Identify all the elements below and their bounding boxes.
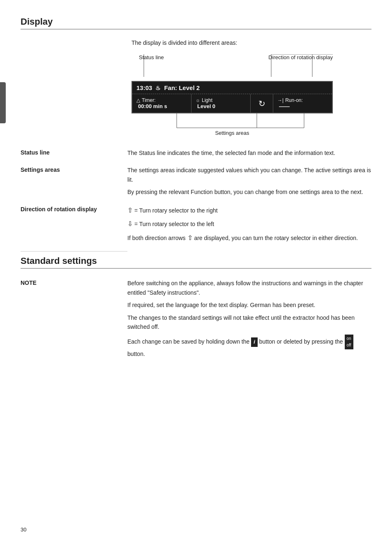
desc-content-direction: ⇧ = Turn rotary selector to the right ⇩ … xyxy=(127,205,371,243)
desc-content-note: Before switching on the appliance, alway… xyxy=(127,279,371,358)
desc-row-note: NOTE Before switching on the appliance, … xyxy=(21,279,371,358)
fan-icon: ♨ xyxy=(155,85,161,91)
standard-settings-title: Standard settings xyxy=(21,256,371,266)
page-number: 30 xyxy=(21,527,26,533)
light-label: ☼ Light xyxy=(196,97,212,103)
rotary-right-icon: ⇧ xyxy=(127,207,133,214)
desc-label-status-line: Status line xyxy=(21,148,127,157)
desc-content-status-line: The Status line indicates the time, the … xyxy=(127,148,371,157)
rotary-left-icon: ⇩ xyxy=(127,220,133,227)
direction-label: Direction of rotation display xyxy=(268,54,333,60)
i-button: i xyxy=(251,337,258,347)
on-off-button: onoff xyxy=(345,335,353,349)
desc-row-settings-areas: Settings areas The settings areas indica… xyxy=(21,166,371,196)
desc-label-settings-areas: Settings areas xyxy=(21,166,127,196)
display-cell-timer: △ Timer: 00:00 min s xyxy=(132,94,191,113)
rotation-icon: ↻ xyxy=(258,99,265,109)
left-tab xyxy=(0,82,6,123)
diagram-area: Status line Direction of rotation displa… xyxy=(131,54,371,136)
page-title: Display xyxy=(21,16,371,27)
display-time: 13:03 xyxy=(136,84,152,91)
desc-label-note: NOTE xyxy=(21,279,127,358)
display-cell-direction: ↻ xyxy=(251,94,273,113)
light-value: Level 0 xyxy=(196,103,215,109)
fan-text: Fan: Level 2 xyxy=(164,84,200,91)
page: Display The display is divided into diff… xyxy=(0,0,392,545)
display-cell-runon: →| Run-on: —— xyxy=(273,94,332,113)
desc-label-direction: Direction of rotation display xyxy=(21,205,127,243)
timer-value: 00:00 min s xyxy=(136,103,167,109)
runon-icon: →| xyxy=(277,97,284,103)
intro-text: The display is divided into different ar… xyxy=(131,39,371,46)
display-box: 13:03 ♨ Fan: Level 2 △ Timer: 00:00 min … xyxy=(131,81,333,113)
timer-label: △ Timer: xyxy=(136,97,156,103)
desc-row-status-line: Status line The Status line indicates th… xyxy=(21,148,371,157)
display-cell-light: ☼ Light Level 0 xyxy=(191,94,251,113)
settings-areas-label: Settings areas xyxy=(215,130,249,136)
display-status-bar: 13:03 ♨ Fan: Level 2 xyxy=(132,82,332,94)
section-divider xyxy=(21,29,371,30)
runon-label: →| Run-on: xyxy=(277,97,303,103)
status-line-label: Status line xyxy=(139,54,164,60)
light-icon: ☼ xyxy=(196,97,200,103)
standard-settings-divider xyxy=(21,251,127,252)
timer-icon: △ xyxy=(136,97,140,103)
display-settings-row: △ Timer: 00:00 min s ☼ Light Level 0 ↻ xyxy=(132,94,332,113)
description-section: Status line The Status line indicates th… xyxy=(21,148,371,243)
desc-content-settings-areas: The settings areas indicate suggested va… xyxy=(127,166,371,196)
desc-row-direction: Direction of rotation display ⇧ = Turn r… xyxy=(21,205,371,243)
runon-value: —— xyxy=(277,103,290,109)
settings-area-bracket: Settings areas xyxy=(131,113,333,136)
standard-settings-rule xyxy=(21,268,371,269)
